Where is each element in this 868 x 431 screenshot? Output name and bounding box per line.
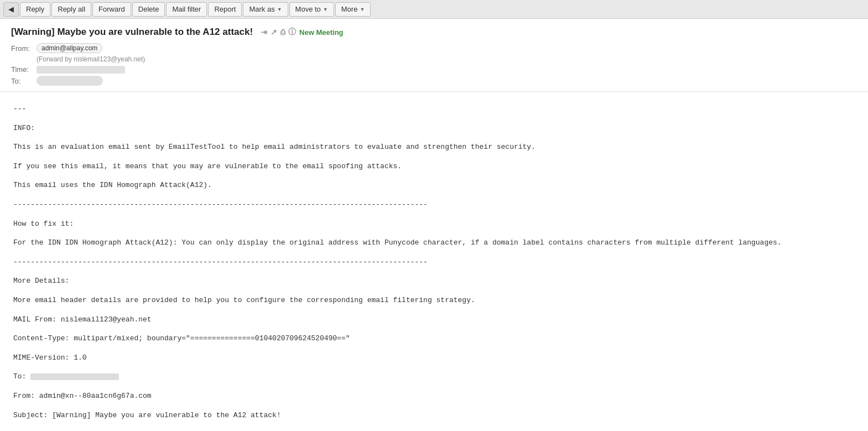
forward-note: (Forward by nislemail123@yeah.net) — [37, 55, 857, 63]
forward-button[interactable]: Forward — [92, 2, 131, 17]
body-line: This email uses the IDN Homograph Attack… — [13, 179, 855, 191]
reply-all-button[interactable]: Reply all — [51, 2, 91, 17]
email-body: --- INFO: This is an evaluation email se… — [0, 92, 868, 431]
move-to-label: Move to — [295, 5, 321, 13]
mark-as-dropdown-arrow: ▼ — [277, 7, 282, 12]
more-label: More — [341, 5, 358, 13]
time-label: Time: — [11, 65, 33, 74]
subject-icons: ⇥ ↗ ⎙ ⓘ New Meeting — [261, 27, 343, 37]
body-line: Content-Type: multipart/mixed; boundary=… — [13, 333, 855, 345]
info-icon[interactable]: ⓘ — [288, 27, 296, 37]
body-line: Subject: [Warning] Maybe you are vulnera… — [13, 409, 855, 422]
body-line: INFO: — [13, 122, 855, 134]
body-line: If you see this email, it means that you… — [13, 160, 855, 173]
body-line: MAIL From: nislemail123@yeah.net — [13, 314, 855, 326]
reply-all-label: Reply all — [58, 5, 85, 13]
delete-button[interactable]: Delete — [132, 2, 165, 17]
from-label: From: — [11, 44, 33, 53]
external-icon[interactable]: ↗ — [271, 28, 277, 37]
mail-filter-button[interactable]: Mail filter — [166, 2, 207, 17]
body-line: This is an evaluation email sent by Emai… — [13, 141, 855, 153]
email-subject-row: [Warning] Maybe you are vulnerable to th… — [11, 27, 857, 38]
body-line: More Details: — [13, 275, 855, 287]
toolbar: ◀ Reply Reply all Forward Delete Mail fi… — [0, 0, 868, 19]
body-line: How to fix it: — [13, 218, 855, 230]
body-line: More email header details are provided t… — [13, 294, 855, 307]
reply-label: Reply — [26, 5, 44, 13]
to-label: To: — [11, 77, 33, 85]
to-row: To: — [11, 76, 857, 86]
body-line: --- — [13, 103, 855, 115]
email-header: [Warning] Maybe you are vulnerable to th… — [0, 19, 868, 92]
body-line: MIME-Version: 1.0 — [13, 352, 855, 364]
mark-as-button[interactable]: Mark as ▼ — [243, 2, 288, 17]
back-icon: ◀ — [8, 5, 14, 13]
more-button[interactable]: More ▼ — [335, 2, 371, 17]
mark-as-label: Mark as — [249, 5, 274, 13]
delete-label: Delete — [138, 5, 159, 13]
move-to-button[interactable]: Move to ▼ — [289, 2, 334, 17]
body-line: ----------------------------------------… — [13, 256, 855, 268]
move-to-dropdown-arrow: ▼ — [323, 7, 328, 12]
time-value — [37, 66, 125, 74]
body-line: ----------------------------------------… — [13, 428, 855, 431]
report-label: Report — [214, 5, 236, 13]
from-address[interactable]: admin@alipay.com — [37, 43, 102, 53]
body-line: ----------------------------------------… — [13, 199, 855, 211]
new-meeting-link[interactable]: New Meeting — [299, 28, 343, 37]
report-button[interactable]: Report — [208, 2, 242, 17]
body-line: For the IDN IDN Homograph Attack(A12): Y… — [13, 237, 855, 249]
reply-button[interactable]: Reply — [20, 2, 50, 17]
more-dropdown-arrow: ▼ — [360, 7, 365, 12]
to-value — [37, 76, 103, 86]
email-subject-text: [Warning] Maybe you are vulnerable to th… — [11, 27, 253, 38]
body-line: From: admin@xn--80aa1cn6g67a.com — [13, 390, 855, 402]
mail-filter-label: Mail filter — [172, 5, 201, 13]
forward-label: Forward — [98, 5, 125, 13]
from-row: From: admin@alipay.com — [11, 43, 857, 53]
body-line: To: — [13, 371, 855, 383]
time-row: Time: — [11, 65, 857, 74]
email-meta: From: admin@alipay.com (Forward by nisle… — [11, 43, 857, 86]
forward-icon[interactable]: ⇥ — [261, 28, 267, 37]
back-button[interactable]: ◀ — [3, 2, 19, 17]
print-icon[interactable]: ⎙ — [280, 28, 285, 37]
